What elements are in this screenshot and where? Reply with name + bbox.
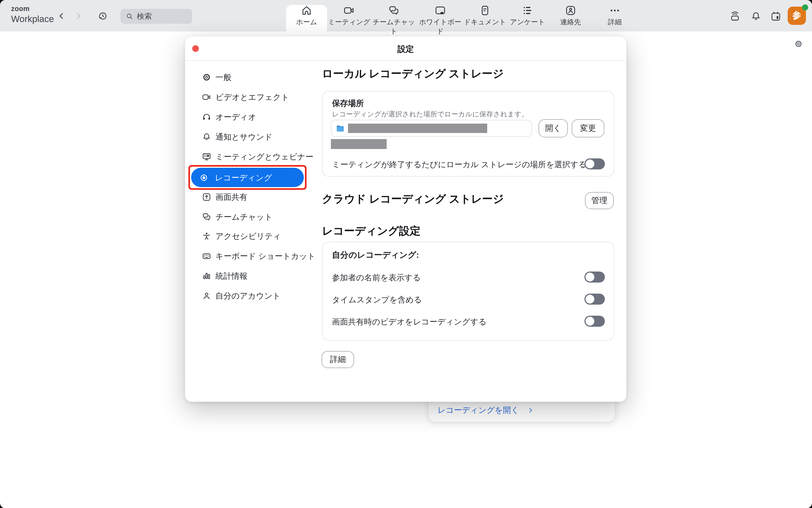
chevron-left-icon[interactable]	[57, 11, 66, 20]
dialog-title: 設定	[185, 44, 626, 55]
headphones-icon	[202, 112, 211, 122]
sidebar-item-screen-share[interactable]: 画面共有	[192, 187, 310, 207]
save-location-path-field[interactable]	[331, 120, 532, 137]
tab-team-chat[interactable]: チームチャット	[371, 0, 417, 32]
save-location-label: 保存場所	[332, 98, 364, 109]
team-chat-icon	[388, 4, 400, 16]
open-button[interactable]: 開く	[539, 119, 568, 137]
dialog-header: 設定	[185, 36, 626, 61]
local-storage-heading: ローカル レコーディング ストレージ	[322, 66, 504, 81]
toggle-knob	[585, 272, 594, 282]
local-storage-card: 保存場所 レコーディングが選択された場所でローカルに保存されます。 開く 変更 …	[322, 91, 614, 177]
toggle-knob	[585, 160, 594, 168]
avatar[interactable]: 参	[788, 7, 806, 25]
search-placeholder: 検索	[137, 11, 152, 21]
cloud-storage-heading: クラウド レコーディング ストレージ	[322, 192, 504, 206]
tab-whiteboard[interactable]: ホワイトボード	[417, 0, 463, 32]
contacts-icon	[565, 4, 577, 16]
show-names-toggle[interactable]	[584, 271, 605, 283]
sidebar-item-meetings-webinars[interactable]: ミーティングとウェビナー	[192, 147, 310, 167]
history-icon[interactable]	[97, 10, 108, 22]
my-recordings-label: 自分のレコーディング:	[332, 250, 419, 260]
devices-icon[interactable]	[729, 10, 741, 22]
gear-icon	[202, 72, 211, 82]
settings-dialog: 設定 一般 ビデオとエフェクト オーディオ 通知とサウンド ミーティングとウェビ…	[185, 36, 626, 402]
choose-location-toggle-label: ミーティングが終了するたびにローカル ストレージの場所を選択する	[332, 160, 587, 170]
ellipsis-icon	[609, 4, 621, 16]
toggle-knob	[585, 317, 594, 326]
timestamp-toggle-label: タイムスタンプを含める	[332, 295, 422, 305]
sidebar-item-team-chat[interactable]: チームチャット	[192, 207, 310, 227]
logo-line2: Workplace	[11, 14, 54, 23]
show-names-toggle-label: 参加者の名前を表示する	[332, 272, 421, 283]
zoom-workplace-logo: zoom Workplace	[11, 5, 54, 23]
presence-dot	[802, 4, 808, 10]
search-input[interactable]: 検索	[120, 9, 192, 24]
record-shared-video-toggle[interactable]	[584, 316, 605, 327]
record-icon	[199, 172, 209, 182]
video-icon	[202, 92, 211, 102]
open-recordings-link[interactable]: レコーディングを開く	[437, 405, 534, 416]
redacted-path-text	[348, 124, 487, 133]
chevron-right-icon	[527, 407, 534, 414]
stats-icon	[202, 271, 211, 281]
sidebar-item-notifications[interactable]: 通知とサウンド	[192, 127, 310, 147]
tab-contacts[interactable]: 連絡先	[547, 0, 594, 32]
sidebar-item-keyboard-shortcuts[interactable]: キーボード ショートカット	[192, 246, 310, 266]
keyboard-icon	[202, 251, 211, 261]
sidebar-item-recording[interactable]: レコーディング	[191, 168, 304, 187]
avatar-initial: 参	[792, 10, 801, 22]
sidebar-item-accessibility[interactable]: アクセシビリティ	[192, 226, 310, 246]
tab-docs[interactable]: ドキュメント	[462, 0, 508, 32]
toggle-knob	[585, 295, 594, 303]
change-button[interactable]: 変更	[572, 119, 604, 137]
record-shared-video-toggle-label: 画面共有時のビデオをレコーディングする	[332, 317, 487, 327]
accessibility-icon	[202, 231, 211, 241]
chevron-right-icon[interactable]	[74, 11, 83, 20]
logo-line1: zoom	[11, 5, 54, 12]
folder-icon	[335, 123, 345, 133]
zoom-workplace-window: zoom Workplace 検索 ホーム ミーティング チームチャット ホワイ…	[0, 0, 812, 508]
sidebar-item-statistics[interactable]: 統計情報	[192, 266, 310, 286]
bell-icon[interactable]	[750, 10, 762, 22]
timestamp-toggle[interactable]	[584, 294, 605, 305]
redacted-storage-info	[331, 139, 387, 149]
recording-settings-heading: レコーディング設定	[322, 223, 421, 239]
survey-icon	[521, 4, 534, 16]
team-chat-icon	[202, 212, 211, 222]
whiteboard-icon	[434, 4, 446, 16]
top-bar: zoom Workplace 検索 ホーム ミーティング チームチャット ホワイ…	[0, 0, 812, 32]
sidebar-item-my-account[interactable]: 自分のアカウント	[192, 286, 310, 306]
sidebar-item-general[interactable]: 一般	[192, 67, 310, 87]
tab-home[interactable]: ホーム	[283, 0, 330, 32]
recording-settings-card: 自分のレコーディング: 参加者の名前を表示する タイムスタンプを含める 画面共有…	[322, 242, 614, 340]
screen-share-icon	[202, 192, 211, 202]
tab-surveys[interactable]: アンケート	[504, 0, 551, 32]
account-icon	[202, 291, 211, 301]
meeting-screen-icon	[202, 152, 211, 162]
home-icon	[301, 4, 313, 16]
search-icon	[125, 12, 134, 20]
gear-icon[interactable]	[794, 39, 803, 49]
video-icon	[343, 4, 355, 16]
tab-meetings[interactable]: ミーティング	[326, 0, 372, 32]
calendar-icon[interactable]	[770, 10, 782, 22]
bell-icon	[202, 132, 211, 142]
save-location-description: レコーディングが選択された場所でローカルに保存されます。	[332, 110, 528, 119]
tab-more[interactable]: 詳細	[592, 0, 638, 32]
sidebar-item-audio[interactable]: オーディオ	[192, 107, 310, 127]
document-icon	[479, 4, 491, 16]
advanced-button[interactable]: 詳細	[321, 351, 354, 368]
choose-location-toggle[interactable]	[584, 158, 605, 169]
manage-button[interactable]: 管理	[585, 192, 614, 209]
sidebar-item-video[interactable]: ビデオとエフェクト	[192, 87, 310, 107]
